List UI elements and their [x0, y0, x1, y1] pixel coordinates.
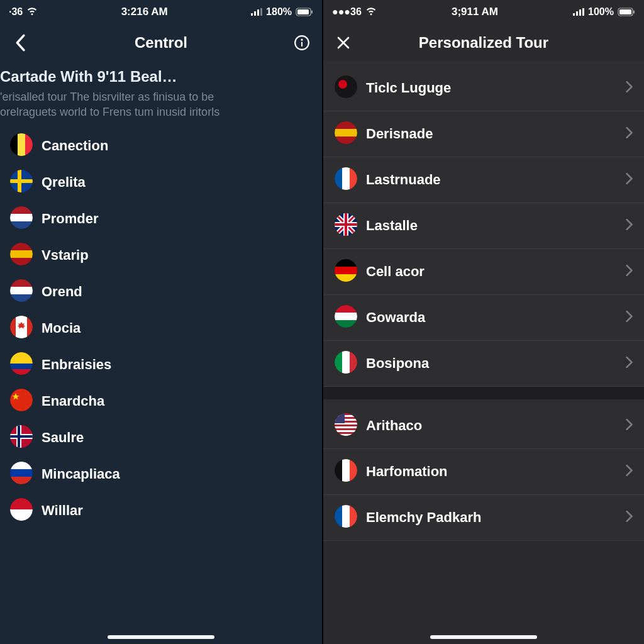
svg-rect-12 — [18, 133, 25, 156]
list-item[interactable]: Cell acor — [323, 249, 644, 295]
item-label: Bosipona — [366, 355, 429, 372]
list-item[interactable]: Saulre — [0, 419, 322, 456]
svg-rect-36 — [10, 364, 33, 369]
svg-rect-56 — [579, 9, 581, 16]
flag-icon — [10, 462, 33, 487]
flag-icon — [335, 259, 357, 284]
svg-rect-54 — [573, 13, 575, 16]
item-label: Willlar — [42, 502, 83, 519]
svg-rect-39 — [10, 389, 33, 411]
svg-rect-3 — [260, 8, 262, 16]
chevron-right-icon — [625, 219, 633, 233]
svg-rect-65 — [335, 121, 357, 129]
svg-rect-97 — [335, 434, 357, 436]
svg-rect-83 — [335, 305, 357, 313]
nav-bar: Personalized Tour — [323, 24, 644, 62]
svg-rect-60 — [633, 11, 635, 14]
svg-rect-1 — [254, 11, 256, 16]
svg-rect-46 — [10, 435, 33, 438]
flag-icon — [335, 505, 357, 530]
chevron-right-icon — [625, 173, 633, 187]
svg-rect-29 — [10, 294, 33, 302]
list-item[interactable]: Harfomation — [323, 449, 644, 495]
flag-icon — [335, 413, 357, 438]
home-indicator[interactable] — [430, 635, 537, 639]
battery-pct: 180% — [266, 6, 292, 18]
list-item[interactable]: Orend — [0, 274, 322, 310]
chevron-left-icon — [14, 34, 26, 52]
nav-bar: Centrol — [0, 24, 322, 62]
svg-rect-70 — [342, 167, 350, 190]
svg-rect-69 — [335, 167, 342, 190]
list-item[interactable]: Gowarda — [323, 295, 644, 341]
tour-list: Ticlc LugugeDerisnadeLastrnuadeLastalleC… — [323, 62, 644, 644]
page-title: Centrol — [135, 34, 187, 52]
list-item[interactable]: Willlar — [0, 492, 322, 529]
info-icon — [294, 35, 310, 51]
flag-icon — [10, 243, 33, 268]
chevron-right-icon — [625, 465, 633, 479]
list-item[interactable]: Lastalle — [323, 203, 644, 249]
country-list: CanectionQrelitaPromderVstaripOrendMocia… — [0, 124, 322, 529]
svg-rect-19 — [10, 206, 33, 214]
svg-rect-17 — [10, 179, 33, 183]
chevron-right-icon — [625, 311, 633, 325]
section-gap — [323, 387, 644, 399]
wifi-icon — [26, 8, 38, 16]
list-item[interactable]: Derisnade — [323, 111, 644, 157]
list-item[interactable]: Promder — [0, 201, 322, 237]
svg-rect-11 — [10, 133, 18, 156]
svg-rect-0 — [251, 13, 253, 16]
item-label: Harfomation — [366, 464, 448, 480]
svg-rect-98 — [335, 413, 345, 423]
svg-rect-35 — [10, 352, 33, 364]
item-label: Mocia — [42, 320, 80, 336]
svg-rect-2 — [257, 9, 259, 16]
svg-rect-85 — [335, 320, 357, 328]
list-item[interactable]: Mincapliaca — [0, 456, 322, 492]
svg-point-8 — [301, 39, 303, 41]
flag-icon — [10, 352, 33, 377]
svg-rect-96 — [335, 430, 357, 432]
list-item[interactable]: Mocia — [0, 310, 322, 347]
svg-rect-33 — [27, 316, 33, 338]
list-item[interactable]: Canection — [0, 128, 322, 164]
hero-sub-2: orelraguets world to Frens tum inusid ir… — [0, 104, 311, 119]
svg-rect-9 — [301, 42, 303, 47]
svg-rect-101 — [342, 459, 350, 482]
list-item[interactable]: Arithaco — [323, 403, 644, 449]
close-button[interactable] — [331, 30, 356, 55]
svg-rect-105 — [342, 505, 350, 528]
list-item[interactable]: Enbraisies — [0, 347, 322, 383]
status-bar: ●●●36 3;911 AM 100% — [323, 0, 644, 24]
svg-rect-28 — [10, 287, 33, 294]
list-group: ArithacoHarfomationElemchy Padkarh — [323, 399, 644, 541]
item-label: Qrelita — [42, 174, 86, 191]
svg-rect-95 — [335, 426, 357, 428]
item-label: Lastalle — [366, 218, 418, 234]
hero-title: Cartade With 9'11 Beal… — [0, 68, 311, 86]
item-label: Mincapliaca — [42, 466, 120, 482]
list-item[interactable]: Qrelita — [0, 164, 322, 201]
svg-rect-66 — [335, 129, 357, 136]
battery-pct: 100% — [588, 6, 614, 18]
svg-rect-81 — [335, 274, 357, 282]
svg-rect-88 — [342, 351, 350, 374]
info-button[interactable] — [289, 30, 314, 55]
list-item[interactable]: Lastrnuade — [323, 157, 644, 203]
back-button[interactable] — [8, 30, 33, 55]
list-item[interactable]: Bosipona — [323, 341, 644, 387]
item-label: Canection — [42, 138, 108, 154]
list-item[interactable]: Vstarip — [0, 237, 322, 274]
svg-rect-52 — [10, 498, 33, 509]
carrier-label: ●●●36 — [332, 6, 362, 18]
list-item[interactable]: Elemchy Padkarh — [323, 495, 644, 541]
list-item[interactable]: Ticlc Luguge — [323, 65, 644, 111]
flag-icon — [335, 459, 357, 484]
item-label: Enbraisies — [42, 357, 111, 373]
carrier-label: ·36 — [9, 6, 23, 18]
chevron-right-icon — [625, 419, 633, 433]
home-indicator[interactable] — [108, 635, 214, 639]
svg-rect-6 — [311, 11, 313, 14]
list-item[interactable]: Enardcha — [0, 383, 322, 419]
